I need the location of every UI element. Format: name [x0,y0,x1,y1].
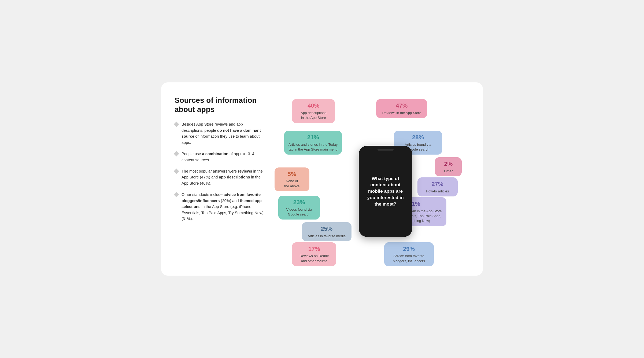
bubble-label: Videos found viaGoogle search [286,207,312,216]
bubble-label: Articles in favorite media [308,234,346,238]
bubble-label: Reviews on Redditand other forums [300,254,329,263]
bold-text: a combination [202,152,228,156]
bold-text: app descriptions [219,175,250,179]
bubble-pct: 21% [288,133,338,142]
bullet-diamond [174,151,179,156]
phone-device: What type of content about mobile apps a… [359,146,412,237]
bubble-pct: 5% [278,170,306,178]
bubble-fav-media: 25% Articles in favorite media [302,222,351,241]
page-title: Sources of information about apps [175,96,266,114]
bubble-label: Other [444,169,453,173]
bubble-label: Articles and stories in the Todaytab in … [288,143,338,151]
bubble-label: Advice from favoritebloggers, influencer… [393,254,425,263]
bubble-none-above: 5% None ofthe above [275,167,309,191]
bullet-text-4: Other standouts include advice from favo… [182,192,266,222]
bullet-text-1: Besides App Store reviews and app descri… [182,121,266,145]
bubble-videos-google: 23% Videos found viaGoogle search [278,196,320,220]
bullet-diamond [174,122,179,127]
bubble-pct: 2% [439,160,458,168]
bubble-pct: 23% [282,198,316,207]
bubble-reddit: 17% Reviews on Redditand other forums [292,242,336,266]
bubble-reviews-store: 47% Reviews in the App Store [376,99,427,118]
bold-text: reviews [238,169,252,173]
bubble-pct: 29% [388,245,430,253]
bubble-howto: 27% How-to articles [417,177,458,196]
list-item: Besides App Store reviews and app descri… [175,121,266,145]
bullet-list: Besides App Store reviews and app descri… [175,121,266,222]
bubble-label: App descriptionsin the App Store [301,111,326,120]
bubble-pct: 17% [296,245,332,253]
bubble-app-descriptions: 40% App descriptionsin the App Store [292,99,335,123]
bubble-pct: 40% [296,102,331,110]
bubble-label: None ofthe above [284,179,299,188]
bullet-text-3: The most popular answers were reviews in… [182,168,266,186]
bubble-today-tab: 21% Articles and stories in the Todaytab… [284,131,342,155]
bubble-pct: 28% [398,133,438,142]
list-item: The most popular answers were reviews in… [175,168,266,186]
bubble-other: 2% Other [435,157,462,176]
bubble-pct: 27% [421,180,454,188]
right-panel: 40% App descriptionsin the App Store 47%… [276,96,472,262]
left-panel: Sources of information about apps Beside… [175,96,266,262]
bubble-bloggers: 29% Advice from favoritebloggers, influe… [384,242,434,266]
bold-text: do not have a dominant source [182,128,261,138]
bullet-diamond [174,192,179,198]
bubble-pct: 47% [380,102,423,110]
bubble-pct: 25% [306,225,348,233]
phone-question: What type of content about mobile apps a… [364,176,407,207]
list-item: Other standouts include advice from favo… [175,192,266,222]
bubble-label: How-to articles [426,189,449,193]
main-card: Sources of information about apps Beside… [161,82,483,276]
bullet-text-2: People use a combination of approx. 3–4 … [182,151,266,163]
bubble-label: Reviews in the App Store [382,111,421,115]
bullet-diamond [174,169,179,174]
list-item: People use a combination of approx. 3–4 … [175,151,266,163]
